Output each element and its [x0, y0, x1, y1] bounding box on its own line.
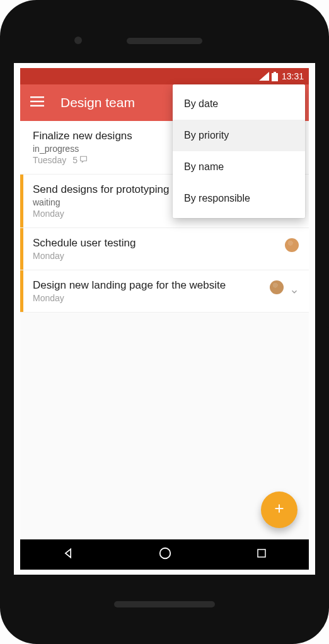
hamburger-icon[interactable]	[30, 96, 44, 109]
avatar	[270, 280, 284, 294]
svg-rect-1	[274, 72, 276, 73]
task-row[interactable]: Schedule user testing Monday	[20, 228, 309, 270]
task-date: Monday	[33, 209, 64, 219]
chevron-down-icon[interactable]	[290, 285, 299, 299]
bottom-speaker	[114, 601, 215, 607]
priority-accent	[20, 175, 23, 227]
add-button[interactable]	[261, 492, 297, 528]
task-date: Tuesday	[33, 155, 66, 165]
sort-menu: By date By priority By name By responsib…	[173, 84, 305, 218]
priority-accent	[20, 270, 23, 312]
sort-menu-item[interactable]: By name	[173, 151, 305, 183]
svg-rect-4	[30, 105, 44, 106]
sort-menu-item[interactable]: By responsible	[173, 183, 305, 214]
earpiece	[127, 38, 202, 44]
side-button	[326, 183, 329, 221]
avatar	[285, 238, 299, 252]
svg-rect-3	[30, 101, 44, 102]
plus-icon	[272, 502, 286, 518]
task-comments: 5	[72, 155, 88, 165]
task-comments-count: 5	[72, 155, 78, 165]
comment-icon	[79, 155, 88, 165]
task-date: Monday	[33, 293, 64, 303]
sort-menu-item[interactable]: By date	[173, 88, 305, 120]
priority-accent	[20, 228, 23, 270]
svg-rect-2	[30, 96, 44, 98]
svg-rect-6	[258, 549, 265, 557]
battery-icon	[272, 72, 278, 81]
status-time: 13:31	[282, 71, 304, 81]
sort-menu-item[interactable]: By priority	[173, 120, 305, 151]
nav-home-icon[interactable]	[158, 546, 172, 563]
signal-icon	[259, 72, 269, 81]
svg-rect-0	[272, 73, 278, 81]
task-title: Schedule user testing	[33, 237, 285, 250]
status-bar: 13:31	[20, 68, 309, 84]
side-button	[326, 252, 329, 328]
svg-point-5	[160, 548, 171, 559]
front-camera	[74, 37, 82, 44]
android-navbar	[20, 539, 309, 570]
task-row[interactable]: Design new landing page for the website …	[20, 270, 309, 313]
nav-recent-icon[interactable]	[256, 548, 267, 561]
nav-back-icon[interactable]	[62, 547, 74, 562]
phone-frame: 13:31 Design team Finalize new designs i…	[0, 0, 329, 644]
screen: 13:31 Design team Finalize new designs i…	[20, 68, 309, 570]
task-date: Monday	[33, 251, 64, 261]
page-title: Design team	[61, 95, 135, 110]
task-title: Design new landing page for the website	[33, 279, 270, 292]
